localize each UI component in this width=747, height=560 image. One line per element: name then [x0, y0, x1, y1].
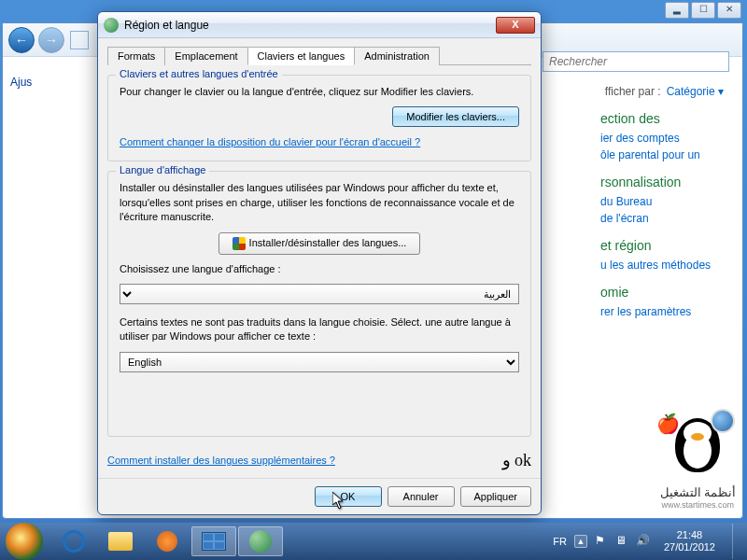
- maximize-button[interactable]: ☐: [691, 2, 715, 19]
- group-title: Claviers et autres langues d'entrée: [116, 68, 282, 79]
- search-input[interactable]: [543, 51, 729, 72]
- wmp-icon: [157, 531, 177, 552]
- watermark-text: أنظمة التشغيل: [660, 485, 736, 500]
- clock[interactable]: 21:48 27/01/2012: [658, 529, 721, 553]
- system-tray: FR ▲ ⚑ 🖥 🔊 21:48 27/01/2012: [553, 524, 741, 559]
- category-link[interactable]: ôle parental pour un: [600, 148, 724, 161]
- globe-icon: [249, 530, 272, 553]
- minimize-button[interactable]: ▂: [665, 2, 689, 19]
- keyboard-help-link[interactable]: Comment changer la disposition du clavie…: [120, 136, 420, 147]
- tray-overflow-button[interactable]: ▲: [574, 535, 587, 548]
- left-panel: Ajus: [3, 57, 96, 518]
- mouse-cursor: [332, 492, 345, 511]
- watermark-url: www.startimes.com: [660, 500, 736, 510]
- left-label: Ajus: [10, 76, 89, 89]
- input-languages-group: Claviers et autres langues d'entrée Pour…: [107, 75, 531, 161]
- ie-icon: [60, 527, 87, 554]
- category-head[interactable]: ection des: [600, 111, 724, 126]
- apply-button[interactable]: Appliquer: [460, 486, 531, 507]
- display-language-select[interactable]: العربية: [120, 284, 519, 304]
- group-text: Installer ou désinstaller des langues ut…: [120, 181, 519, 224]
- forward-button[interactable]: →: [38, 27, 64, 53]
- action-center-icon[interactable]: ⚑: [595, 534, 610, 549]
- close-button[interactable]: ✕: [717, 2, 741, 19]
- tab-administration[interactable]: Administration: [354, 47, 440, 65]
- breadcrumb-icon[interactable]: [70, 31, 89, 49]
- tab-strip: Formats Emplacement Claviers et langues …: [107, 46, 531, 65]
- dialog-title: Région et langue: [124, 19, 496, 32]
- ok-button[interactable]: OK: [315, 486, 382, 507]
- dialog-titlebar[interactable]: Région et langue X: [98, 12, 541, 38]
- change-keyboards-button[interactable]: Modifier les claviers...: [392, 106, 519, 127]
- taskbar-ie[interactable]: [51, 526, 96, 556]
- category-head[interactable]: et région: [600, 238, 724, 253]
- tux-icon: 🍎: [664, 409, 731, 483]
- display-language-group: Langue d'affichage Installer ou désinsta…: [107, 171, 531, 437]
- category-link[interactable]: du Bureau: [600, 195, 724, 208]
- finder-icon: [711, 409, 735, 433]
- category-head[interactable]: rsonnalisation: [600, 175, 724, 189]
- taskbar: FR ▲ ⚑ 🖥 🔊 21:48 27/01/2012: [0, 523, 747, 560]
- taskbar-explorer[interactable]: [98, 526, 143, 556]
- category-link[interactable]: de l'écran: [600, 212, 724, 225]
- shield-icon: [233, 237, 246, 250]
- taskbar-control-panel[interactable]: [191, 526, 236, 556]
- category-link[interactable]: u les autres méthodes: [600, 259, 724, 272]
- watermark: 🍎 أنظمة التشغيل www.startimes.com: [660, 409, 736, 510]
- fallback-language-select[interactable]: English: [120, 352, 519, 372]
- back-button[interactable]: ←: [8, 27, 35, 53]
- filter-label: fficher par :: [605, 85, 661, 98]
- filter-dropdown[interactable]: Catégorie ▾: [667, 85, 724, 98]
- language-indicator[interactable]: FR: [553, 536, 567, 547]
- dialog-close-button[interactable]: X: [496, 17, 535, 34]
- show-desktop-button[interactable]: [732, 524, 741, 559]
- window-controls: ▂ ☐ ✕: [665, 2, 741, 19]
- install-help-link[interactable]: Comment installer des langues supplément…: [107, 455, 335, 466]
- folder-icon: [108, 532, 133, 551]
- category-link[interactable]: ier des comptes: [600, 132, 724, 145]
- tab-location[interactable]: Emplacement: [164, 47, 247, 65]
- cancel-button[interactable]: Annuler: [388, 486, 455, 507]
- volume-icon[interactable]: 🔊: [636, 534, 651, 549]
- install-languages-button[interactable]: Installer/désinstaller des langues...: [218, 232, 421, 255]
- start-button[interactable]: [6, 523, 43, 560]
- region-language-dialog: Région et langue X Formats Emplacement C…: [97, 11, 542, 515]
- apple-icon: 🍎: [656, 413, 680, 435]
- globe-icon: [104, 18, 119, 33]
- tab-keyboards-languages[interactable]: Claviers et langues: [247, 47, 356, 65]
- clock-date: 27/01/2012: [664, 541, 715, 553]
- category-head[interactable]: omie: [600, 285, 724, 300]
- dialog-footer: OK Annuler Appliquer: [98, 478, 541, 514]
- network-tray-icon[interactable]: 🖥: [615, 534, 630, 549]
- group-title: Langue d'affichage: [116, 164, 209, 175]
- tab-formats[interactable]: Formats: [107, 47, 165, 65]
- choose-language-label: Choisissez une langue d'affichage :: [120, 262, 519, 276]
- fallback-text: Certains textes ne sont pas traduits dan…: [120, 315, 519, 344]
- group-text: Pour changer le clavier ou la langue d'e…: [120, 85, 519, 99]
- control-panel-icon: [202, 532, 226, 551]
- taskbar-region[interactable]: [238, 526, 283, 556]
- taskbar-wmp[interactable]: [145, 526, 190, 556]
- annotation-text: و ok: [502, 450, 532, 470]
- clock-time: 21:48: [664, 529, 715, 541]
- category-link[interactable]: rer les paramètres: [600, 305, 724, 318]
